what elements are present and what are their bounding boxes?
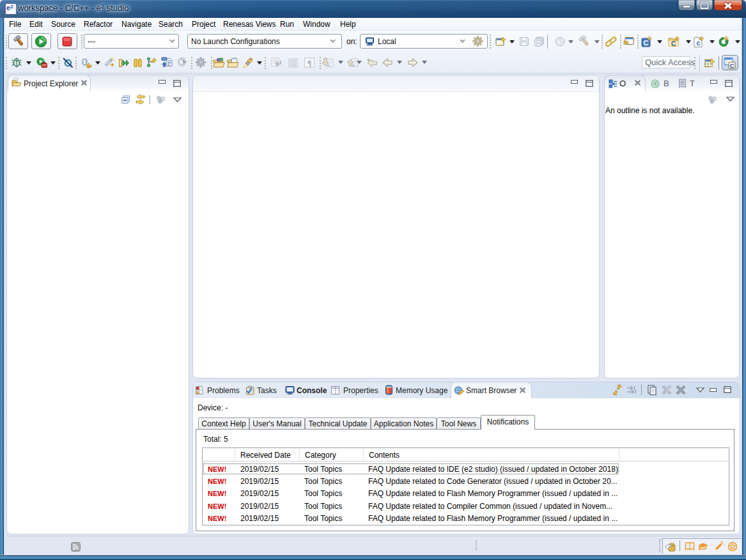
svg-text:C: C	[671, 40, 676, 47]
svg-text:C: C	[730, 63, 734, 69]
svg-text:c: c	[697, 39, 701, 47]
svg-text:¶: ¶	[307, 59, 312, 68]
svg-text:C: C	[644, 39, 649, 47]
